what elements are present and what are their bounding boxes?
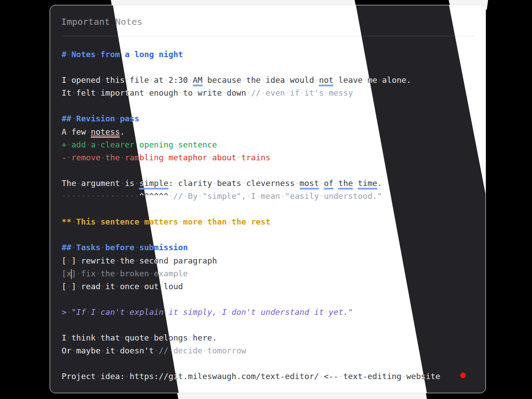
token-p: it bbox=[314, 307, 324, 317]
whitespace-dots: · bbox=[173, 140, 178, 149]
token-t: I bbox=[62, 333, 66, 342]
token-t: . bbox=[120, 127, 125, 136]
token-o: the bbox=[231, 217, 246, 226]
token-t: few bbox=[71, 127, 86, 136]
whitespace-dots: · bbox=[134, 178, 139, 188]
token-c: understood." bbox=[324, 191, 382, 201]
whitespace-dots: · bbox=[96, 140, 101, 149]
whitespace-dots: · bbox=[71, 88, 76, 97]
token-p: understand bbox=[261, 307, 309, 317]
token-c: By bbox=[188, 191, 198, 201]
whitespace-dots: · bbox=[164, 153, 168, 162]
token-u: the bbox=[338, 178, 353, 190]
token-t: down bbox=[227, 88, 246, 97]
token-p: can't bbox=[101, 307, 125, 317]
token-t: leave bbox=[338, 75, 363, 85]
whitespace-dots: · bbox=[203, 217, 207, 226]
token-c: mean bbox=[261, 191, 280, 201]
whitespace-dots: · bbox=[96, 307, 101, 317]
whitespace-dots: · bbox=[295, 178, 300, 188]
whitespace-dots: · bbox=[115, 269, 120, 278]
whitespace-dots: · bbox=[285, 88, 290, 97]
token-s: notess bbox=[91, 127, 120, 138]
token-t: that bbox=[101, 333, 120, 342]
whitespace-dots: · bbox=[71, 217, 76, 226]
whitespace-dots: · bbox=[66, 282, 71, 291]
whitespace-dots: · bbox=[96, 88, 101, 97]
whitespace-dots: · bbox=[149, 333, 154, 342]
whitespace-dots: · bbox=[319, 372, 324, 381]
whitespace-dots: · bbox=[76, 178, 81, 188]
token-t: paragraph bbox=[173, 256, 217, 265]
whitespace-dots: · bbox=[173, 178, 178, 188]
token-c: if bbox=[290, 88, 300, 97]
token-u: time bbox=[358, 178, 377, 190]
whitespace-dots: · bbox=[66, 127, 71, 136]
token-t: rewrite bbox=[81, 256, 115, 265]
token-t: beats bbox=[217, 178, 241, 188]
whitespace-dots: · bbox=[203, 346, 207, 355]
whitespace-dots: · bbox=[222, 88, 227, 97]
token-t: loud bbox=[164, 282, 183, 291]
whitespace-dots: · bbox=[149, 75, 154, 85]
token-c: // bbox=[159, 346, 168, 355]
whitespace-dots: · bbox=[203, 75, 207, 85]
token-r: metaphor bbox=[168, 153, 207, 162]
whitespace-dots: · bbox=[324, 88, 329, 97]
token-p: it bbox=[168, 307, 178, 317]
token-d: the bbox=[101, 269, 115, 278]
whitespace-dots: · bbox=[101, 282, 106, 291]
whitespace-dots: · bbox=[324, 307, 329, 317]
token-d: fix bbox=[81, 269, 96, 278]
token-t: argument bbox=[81, 178, 120, 188]
token-t: text-editing bbox=[343, 372, 401, 381]
token-o: rest bbox=[251, 217, 270, 226]
whitespace-dots: · bbox=[227, 307, 231, 317]
token-g: opening bbox=[139, 140, 173, 149]
whitespace-dots: · bbox=[217, 307, 222, 317]
token-o: more bbox=[183, 217, 203, 226]
token-c: it's bbox=[305, 88, 324, 97]
whitespace-dots: · bbox=[76, 256, 81, 265]
token-p: "If bbox=[71, 307, 86, 317]
record-indicator-dot bbox=[460, 372, 466, 378]
whitespace-dots: · bbox=[188, 75, 193, 85]
whitespace-dots: · bbox=[86, 140, 91, 149]
whitespace-dots: · bbox=[353, 178, 358, 188]
token-c: // bbox=[251, 88, 261, 97]
token-t: ] bbox=[71, 282, 76, 291]
whitespace-dots: · bbox=[338, 372, 343, 381]
token-t: the bbox=[120, 256, 134, 265]
whitespace-dots: · bbox=[377, 75, 382, 85]
token-r: remove bbox=[71, 153, 101, 162]
whitespace-dots: · bbox=[120, 178, 125, 188]
token-h: # bbox=[62, 50, 66, 59]
token-t: file bbox=[129, 75, 149, 85]
whitespace-dots: · bbox=[319, 191, 324, 201]
whitespace-dots: · bbox=[120, 333, 125, 342]
token-c: "simple", bbox=[203, 191, 246, 201]
token-t: it bbox=[106, 346, 115, 355]
token-h: Tasks bbox=[76, 243, 101, 252]
token-g: sentence bbox=[178, 140, 217, 149]
page: Important Notes#·Notes·from·a·long·night… bbox=[0, 0, 532, 399]
whitespace-dots: · bbox=[333, 75, 338, 85]
token-h: Notes bbox=[71, 50, 96, 59]
whitespace-dots: · bbox=[402, 372, 407, 381]
token-p: > bbox=[62, 307, 66, 317]
whitespace-dots: · bbox=[71, 243, 76, 252]
whitespace-dots: · bbox=[129, 50, 134, 59]
token-c: // bbox=[173, 191, 183, 201]
token-t: alone. bbox=[382, 75, 411, 85]
token-o: This bbox=[76, 217, 96, 226]
token-t: clarity bbox=[178, 178, 212, 188]
token-c: I bbox=[251, 191, 256, 201]
token-o: than bbox=[207, 217, 227, 226]
token-t: out bbox=[144, 282, 159, 291]
whitespace-dots: · bbox=[86, 307, 91, 317]
token-h: night bbox=[159, 50, 183, 59]
token-r: about bbox=[212, 153, 237, 162]
whitespace-dots: · bbox=[178, 88, 183, 97]
whitespace-dots: · bbox=[86, 127, 91, 136]
token-d: broken bbox=[120, 269, 149, 278]
